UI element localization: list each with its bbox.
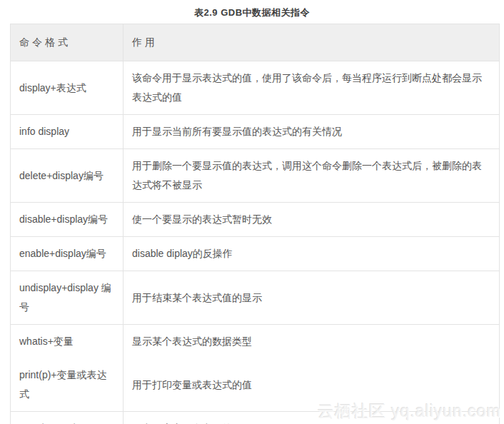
header-cell-format: 命令格式	[11, 24, 124, 61]
table-row: info display用于显示当前所有要显示值的表达式的有关情况	[11, 115, 500, 149]
command-effect-cell: 使一个要显示的表达式暂时无效	[124, 203, 500, 237]
command-format-cell: display+表达式	[11, 61, 124, 115]
table-row: enable+display编号disable diplay的反操作	[11, 237, 500, 271]
command-effect-cell: 用于结束某个表达式值的显示	[124, 271, 500, 325]
command-effect-cell: 用于删除一个要显示值的表达式，调用这个命令删除一个表达式后，被删除的表达式将不被…	[124, 149, 500, 203]
page: 表2.9 GDB中数据相关指令 命令格式 作用 display+表达式该命令用于…	[0, 0, 504, 424]
command-effect-cell: 用于显示当前所有要显示值的表达式的有关情况	[124, 115, 500, 149]
command-effect-cell: 显示某个表达式的数据类型	[124, 325, 500, 359]
table-row: print(p)+变量或表达式用于打印变量或表达式的值	[11, 358, 500, 412]
header-cell-effect: 作用	[124, 24, 500, 61]
command-effect-cell: 该命令用于显示表达式的值，使用了该命令后，每当程序运行到断点处都会显示表达式的值	[124, 61, 500, 115]
command-format-cell: print(p)+变量或表达式	[11, 358, 124, 412]
command-format-cell: delete+display编号	[11, 149, 124, 203]
table-row: whatis+变量显示某个表达式的数据类型	[11, 325, 500, 359]
table-body: display+表达式该命令用于显示表达式的值，使用了该命令后，每当程序运行到断…	[11, 61, 500, 424]
command-format-cell: set+变量 = 变量值	[11, 412, 124, 424]
table-row: undisplay+display 编号用于结束某个表达式值的显示	[11, 271, 500, 325]
command-effect-cell: disable diplay的反操作	[124, 237, 500, 271]
table-row: disable+display编号使一个要显示的表达式暂时无效	[11, 203, 500, 237]
command-format-cell: disable+display编号	[11, 203, 124, 237]
command-format-cell: enable+display编号	[11, 237, 124, 271]
gdb-commands-table: 命令格式 作用 display+表达式该命令用于显示表达式的值，使用了该命令后，…	[10, 24, 500, 424]
table-row: delete+display编号用于删除一个要显示值的表达式，调用这个命令删除一…	[11, 149, 500, 203]
table-header: 命令格式 作用	[11, 24, 500, 61]
header-row: 命令格式 作用	[11, 24, 500, 61]
table-row: display+表达式该命令用于显示表达式的值，使用了该命令后，每当程序运行到断…	[11, 61, 500, 115]
command-format-cell: whatis+变量	[11, 325, 124, 359]
command-format-cell: info display	[11, 115, 124, 149]
command-effect-cell: 用于打印变量或表达式的值	[124, 358, 500, 412]
table-row: set+变量 = 变量值改变程序中一个变量的值	[11, 412, 500, 424]
command-format-cell: undisplay+display 编号	[11, 271, 124, 325]
command-effect-cell: 改变程序中一个变量的值	[124, 412, 500, 424]
table-caption: 表2.9 GDB中数据相关指令	[0, 0, 504, 19]
